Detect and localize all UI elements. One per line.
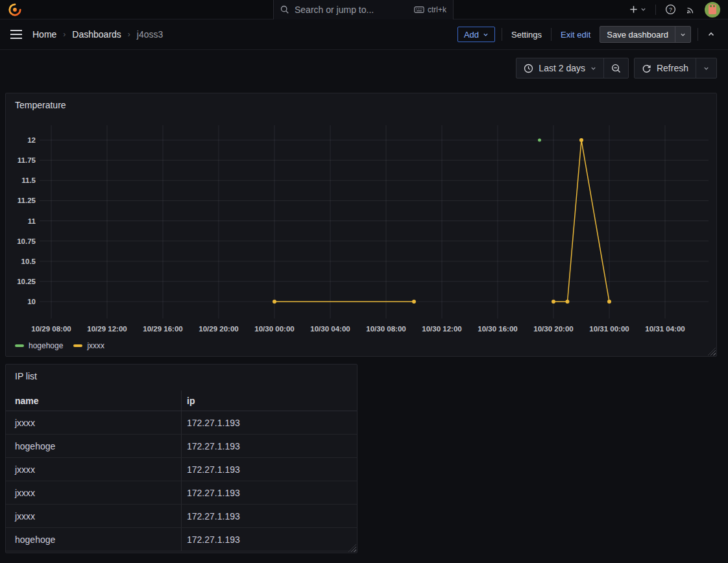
- table-row: hogehoge 172.27.1.193: [6, 528, 357, 551]
- y-tick-label: 11.75: [18, 156, 36, 164]
- time-range-picker-button[interactable]: Last 2 days: [516, 58, 603, 78]
- keyboard-shortcut: ctrl+k: [414, 5, 446, 14]
- panel-title[interactable]: IP list: [6, 365, 357, 381]
- legend-item-hogehoge[interactable]: hogehoge: [15, 341, 63, 350]
- ip-list-panel: IP list name ip jxxxx 172.27.1.193 hogeh…: [5, 364, 358, 553]
- refresh-interval-button[interactable]: [696, 58, 716, 78]
- help-button[interactable]: ?: [665, 4, 676, 15]
- exit-edit-button[interactable]: Exit edit: [558, 30, 593, 40]
- table-row: jxxxx 172.27.1.193: [6, 505, 357, 528]
- shortcut-label: ctrl+k: [428, 5, 446, 14]
- data-point-jxxxx: [579, 138, 583, 142]
- clock-icon: [524, 64, 533, 73]
- legend-label: jxxxx: [87, 341, 104, 350]
- save-dashboard-group: Save dashboard: [600, 26, 691, 43]
- add-label: Add: [464, 30, 479, 40]
- top-bar: Search or jump to... ctrl+k ?: [0, 0, 728, 19]
- search-icon: [280, 5, 289, 14]
- zoom-out-time-button[interactable]: [603, 58, 628, 78]
- refresh-icon: [642, 64, 651, 73]
- cell-name: hogehoge: [6, 435, 181, 457]
- breadcrumb-home[interactable]: Home: [32, 29, 56, 40]
- legend-swatch: [73, 344, 82, 347]
- x-tick-label: 10/30 08:00: [366, 325, 406, 333]
- x-tick-label: 10/31 04:00: [645, 325, 685, 333]
- time-range-group: Last 2 days: [516, 58, 629, 78]
- chevron-down-icon: [703, 66, 709, 71]
- panel-title[interactable]: Temperature: [6, 93, 716, 110]
- chevron-up-icon: [707, 30, 715, 38]
- cell-name: jxxxx: [6, 481, 181, 504]
- breadcrumb-dashboards[interactable]: Dashboards: [72, 29, 121, 40]
- temperature-chart[interactable]: 1211.7511.511.251110.7510.510.251010/29 …: [6, 93, 716, 340]
- column-header-name[interactable]: name: [6, 390, 181, 411]
- cell-ip: 172.27.1.193: [181, 458, 357, 481]
- cell-name: hogehoge: [6, 528, 181, 551]
- temperature-panel: 1211.7511.511.251110.7510.510.251010/29 …: [5, 93, 717, 357]
- x-tick-label: 10/29 16:00: [143, 325, 182, 333]
- x-tick-label: 10/30 16:00: [478, 325, 517, 333]
- data-point-jxxxx: [607, 300, 611, 304]
- table-row: jxxxx 172.27.1.193: [6, 458, 357, 481]
- data-point-jxxxx: [566, 300, 570, 304]
- divider: [502, 28, 502, 41]
- x-tick-label: 10/30 12:00: [422, 325, 461, 333]
- keyboard-icon: [414, 6, 424, 14]
- news-rss-button[interactable]: [685, 5, 696, 15]
- edit-actions: Add Settings Exit edit Save dashboard: [457, 26, 718, 43]
- y-tick-label: 11: [28, 217, 36, 225]
- cell-name: jxxxx: [6, 411, 181, 434]
- x-tick-label: 10/31 00:00: [589, 325, 629, 333]
- table-row: jxxxx 172.27.1.193: [6, 481, 357, 505]
- save-dashboard-button[interactable]: Save dashboard: [600, 27, 675, 42]
- cell-ip: 172.27.1.193: [181, 505, 357, 527]
- time-controls: Last 2 days Refresh: [0, 50, 728, 78]
- zoom-out-icon: [611, 64, 621, 73]
- menu-toggle-button[interactable]: [10, 30, 22, 39]
- y-tick-label: 10.75: [17, 237, 36, 245]
- user-avatar[interactable]: [705, 2, 720, 18]
- collapse-toolbar-button[interactable]: [705, 28, 718, 41]
- cell-ip: 172.27.1.193: [181, 411, 357, 434]
- column-header-ip[interactable]: ip: [181, 390, 357, 411]
- avatar-detail: [713, 5, 715, 7]
- x-tick-label: 10/29 20:00: [199, 325, 238, 333]
- y-tick-label: 12: [27, 136, 36, 144]
- y-tick-label: 11.5: [21, 176, 36, 184]
- breadcrumb: Home › Dashboards › j4oss3: [32, 29, 163, 40]
- x-tick-label: 10/30 04:00: [310, 325, 350, 333]
- grafana-app: Search or jump to... ctrl+k ?: [0, 0, 728, 563]
- cell-name: jxxxx: [6, 505, 181, 527]
- nav-bar: Home › Dashboards › j4oss3 Add Settings …: [0, 19, 728, 50]
- search-input[interactable]: Search or jump to... ctrl+k: [273, 0, 454, 19]
- x-tick-label: 10/30 20:00: [533, 325, 573, 333]
- table-row: jxxxx 172.27.1.193: [6, 411, 357, 435]
- y-tick-label: 11.25: [18, 197, 36, 204]
- x-tick-label: 10/30 00:00: [254, 325, 294, 333]
- y-tick-label: 10.25: [17, 278, 36, 285]
- data-point-hogehoge: [538, 139, 541, 142]
- new-menu-button[interactable]: [629, 5, 646, 14]
- svg-text:?: ?: [669, 6, 672, 13]
- chevron-down-icon: [640, 6, 646, 12]
- grafana-logo-icon[interactable]: [8, 3, 22, 17]
- table-header-row: name ip: [6, 390, 357, 411]
- chart-legend: hogehoge jxxxx: [15, 341, 104, 350]
- refresh-group: Refresh: [634, 58, 717, 78]
- x-tick-label: 10/29 08:00: [31, 325, 71, 333]
- settings-button[interactable]: Settings: [509, 30, 544, 40]
- search-placeholder: Search or jump to...: [295, 5, 409, 15]
- add-panel-button[interactable]: Add: [457, 27, 495, 42]
- refresh-button[interactable]: Refresh: [635, 58, 696, 78]
- cell-ip: 172.27.1.193: [181, 528, 357, 551]
- y-tick-label: 10: [27, 298, 36, 305]
- data-point-jxxxx: [412, 300, 416, 304]
- panel-resize-handle[interactable]: [708, 348, 716, 355]
- avatar-detail: [710, 5, 712, 7]
- legend-swatch: [15, 344, 24, 347]
- chevron-down-icon: [590, 66, 596, 71]
- save-dashboard-options-button[interactable]: [675, 27, 690, 42]
- y-tick-label: 10.5: [21, 258, 36, 265]
- legend-item-jxxxx[interactable]: jxxxx: [73, 341, 104, 350]
- x-tick-label: 10/29 12:00: [87, 325, 127, 333]
